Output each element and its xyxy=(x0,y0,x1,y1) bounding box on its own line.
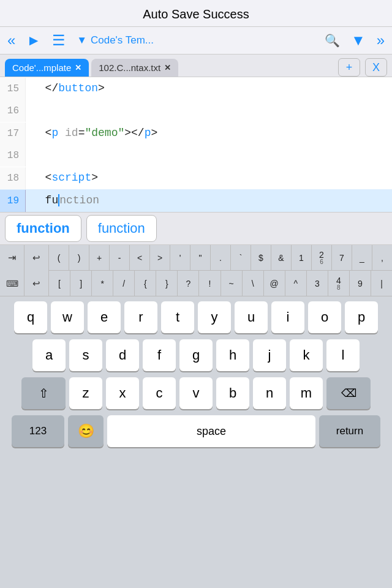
line-content: </button> xyxy=(26,77,105,99)
autocomplete-item-1[interactable]: function xyxy=(5,215,81,242)
sym-double-quote[interactable]: " xyxy=(190,245,211,271)
extra-toolbar-2: ⌨ ↩ [ ] * / { } ? ! ~ \ @ ^ 3 48 9 | xyxy=(0,271,392,296)
key-x[interactable]: x xyxy=(106,377,139,409)
key-y[interactable]: y xyxy=(198,301,231,333)
sym-at[interactable]: @ xyxy=(264,271,285,296)
sym-comma[interactable]: , xyxy=(372,245,392,271)
sym-26[interactable]: 26 xyxy=(312,245,332,271)
sym-backslash[interactable]: \ xyxy=(243,271,264,296)
tab-close-icon[interactable]: ✕ xyxy=(164,63,171,72)
forward-icon[interactable]: » xyxy=(377,32,385,49)
tab-close-icon[interactable]: ✕ xyxy=(75,63,81,72)
sym-open-paren[interactable]: ( xyxy=(49,245,69,271)
sym-ampersand[interactable]: & xyxy=(271,245,292,271)
key-m[interactable]: m xyxy=(290,377,323,409)
key-d[interactable]: d xyxy=(106,339,139,371)
sym-3[interactable]: 3 xyxy=(307,271,328,296)
sym-caret[interactable]: ^ xyxy=(285,271,307,296)
toolbar: « ► ☰ ▼ Code's Tem... 🔍 ▼ » xyxy=(0,27,392,55)
key-t[interactable]: t xyxy=(161,301,194,333)
line-number: 15 xyxy=(0,78,26,100)
line-content-active: function xyxy=(26,189,99,211)
close-tab-button[interactable]: X xyxy=(365,58,387,77)
key-g[interactable]: g xyxy=(179,339,213,371)
dropdown-arrow: ▼ xyxy=(77,34,87,47)
key-n[interactable]: n xyxy=(253,377,286,409)
sym-open-brace[interactable]: { xyxy=(135,271,156,296)
key-o[interactable]: o xyxy=(308,301,341,333)
sym-plus[interactable]: + xyxy=(89,245,110,271)
key-f[interactable]: f xyxy=(143,339,176,371)
backspace-key[interactable]: ⌫ xyxy=(326,377,371,409)
key-u[interactable]: u xyxy=(235,301,268,333)
key-b[interactable]: b xyxy=(216,377,249,409)
sym-close-bracket[interactable]: ] xyxy=(70,271,92,296)
sym-slash[interactable]: / xyxy=(113,271,135,296)
code-editor[interactable]: 15 </button> 16 17 <p id="demo"></p> 18 … xyxy=(0,77,392,212)
sym-underscore[interactable]: _ xyxy=(352,245,372,271)
key-i[interactable]: i xyxy=(271,301,304,333)
code-line-19: 18 <script> xyxy=(0,167,392,189)
shift-key[interactable]: ⇧ xyxy=(21,377,66,409)
numbers-key[interactable]: 123 xyxy=(12,415,64,447)
sym-close-paren[interactable]: ) xyxy=(69,245,89,271)
sym-dollar[interactable]: $ xyxy=(251,245,271,271)
key-p[interactable]: p xyxy=(345,301,378,333)
symbols-row-2: [ ] * / { } ? ! ~ \ @ ^ 3 48 9 | xyxy=(49,271,392,296)
key-row-1: q w e r t y u i o p xyxy=(2,301,390,333)
add-tab-button[interactable]: + xyxy=(338,58,360,77)
key-z[interactable]: z xyxy=(69,377,102,409)
space-key[interactable]: space xyxy=(107,415,315,447)
sym-7[interactable]: 7 xyxy=(332,245,352,271)
code-line-19-active[interactable]: 19 function xyxy=(0,189,392,212)
key-a[interactable]: a xyxy=(32,339,66,371)
sym-asterisk[interactable]: * xyxy=(92,271,113,296)
sym-lt[interactable]: < xyxy=(130,245,150,271)
return-key[interactable]: return xyxy=(319,415,380,447)
key-e[interactable]: e xyxy=(88,301,121,333)
sym-question[interactable]: ? xyxy=(178,271,199,296)
key-s[interactable]: s xyxy=(69,339,102,371)
back-icon[interactable]: « xyxy=(7,32,15,49)
emoji-key[interactable]: 😊 xyxy=(68,415,104,447)
line-number: 16 xyxy=(0,100,26,122)
sym-9[interactable]: 9 xyxy=(350,271,371,296)
search-icon[interactable]: 🔍 xyxy=(325,33,340,48)
list-icon[interactable]: ☰ xyxy=(52,32,66,49)
key-v[interactable]: v xyxy=(179,377,213,409)
sym-backtick[interactable]: ` xyxy=(231,245,251,271)
indent-icon[interactable]: ⇥ xyxy=(0,245,24,271)
autocomplete-item-2[interactable]: function xyxy=(86,215,157,242)
sym-48[interactable]: 48 xyxy=(328,271,350,296)
filter-icon[interactable]: ▼ xyxy=(351,32,366,49)
sym-tilde[interactable]: ~ xyxy=(221,271,243,296)
redo-icon[interactable]: ↩ xyxy=(24,271,49,296)
autocomplete-bar: function function xyxy=(0,212,392,245)
tab-code-template[interactable]: Code'...mplate ✕ xyxy=(5,59,89,77)
sym-dot[interactable]: . xyxy=(211,245,231,271)
sym-pipe[interactable]: | xyxy=(371,271,392,296)
keyboard-icon[interactable]: ⌨ xyxy=(0,271,24,296)
sym-exclaim[interactable]: ! xyxy=(199,271,221,296)
sym-open-bracket[interactable]: [ xyxy=(49,271,70,296)
sym-minus[interactable]: - xyxy=(110,245,130,271)
key-c[interactable]: c xyxy=(143,377,176,409)
page-title: Auto Save Success xyxy=(143,7,249,21)
key-w[interactable]: w xyxy=(51,301,84,333)
undo-icon[interactable]: ↩ xyxy=(24,245,49,271)
key-l[interactable]: l xyxy=(326,339,360,371)
key-k[interactable]: k xyxy=(290,339,323,371)
play-icon[interactable]: ► xyxy=(26,32,41,49)
sym-1[interactable]: 1 xyxy=(292,245,312,271)
template-dropdown[interactable]: ▼ Code's Tem... xyxy=(77,34,314,47)
sym-close-brace[interactable]: } xyxy=(156,271,178,296)
sym-single-quote[interactable]: ' xyxy=(170,245,190,271)
tabs-row: Code'...mplate ✕ 102.C...ntax.txt ✕ + X xyxy=(0,55,392,77)
tab-syntax-file[interactable]: 102.C...ntax.txt ✕ xyxy=(91,59,178,77)
key-j[interactable]: j xyxy=(253,339,286,371)
key-r[interactable]: r xyxy=(124,301,157,333)
key-h[interactable]: h xyxy=(216,339,249,371)
sym-gt[interactable]: > xyxy=(150,245,170,271)
key-q[interactable]: q xyxy=(14,301,47,333)
tab-label: 102.C...ntax.txt xyxy=(99,62,160,73)
